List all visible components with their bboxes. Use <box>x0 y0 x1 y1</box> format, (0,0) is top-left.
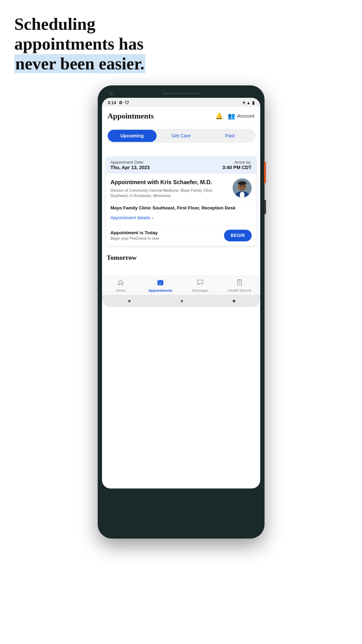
arrive-value: 3:40 PM CDT <box>222 165 251 170</box>
doctor-name: Appointment with Kris Schaefer, M.D. <box>111 178 229 186</box>
doctor-subtitle: Division of Community Internal Medicine,… <box>111 188 229 199</box>
page-title: Appointments <box>108 112 154 120</box>
account-label: Account <box>237 113 254 119</box>
account-icon: 👥 <box>228 112 235 120</box>
phone-top-bar <box>102 92 260 94</box>
app-header: Appointments 🔔 👥 Account <box>102 107 260 124</box>
nav-messages-label: Messages <box>192 288 208 292</box>
home-icon <box>117 279 124 287</box>
tab-upcoming[interactable]: Upcoming <box>108 130 157 142</box>
recents-button[interactable]: ■ <box>233 298 235 304</box>
wifi-icon: ▾ <box>243 100 245 106</box>
battery-icon: ▮ <box>252 100 255 106</box>
doctor-avatar <box>233 178 252 198</box>
tab-get-care[interactable]: Get Care <box>157 130 205 142</box>
status-left: 3:14 ⚙ 🛡 <box>108 100 129 106</box>
nav-home-label: Home <box>116 288 125 292</box>
checkin-subtitle: Begin your PreCheck-In now. <box>111 236 160 241</box>
settings-icon: ⚙ <box>119 100 122 106</box>
status-time: 3:14 <box>108 100 116 106</box>
appointment-details-link[interactable]: Appointment details › <box>111 215 252 220</box>
date-label: Appointment Date: <box>111 160 150 165</box>
nav-messages[interactable]: Messages <box>191 279 210 292</box>
status-bar: 3:14 ⚙ 🛡 ▾ ▲ ▮ <box>102 98 260 107</box>
tab-past[interactable]: Past <box>205 130 254 142</box>
appointment-location: Mayo Family Clinic Southeast, First Floo… <box>111 205 252 211</box>
arrive-label: Arrive by: <box>222 160 251 165</box>
hero-title: Scheduling appointments has never been e… <box>14 14 195 74</box>
health-record-icon <box>236 279 243 287</box>
header-actions: 🔔 👥 Account <box>215 112 254 120</box>
home-button[interactable]: ● <box>180 298 183 304</box>
tab-pill-container: Upcoming Get Care Past <box>107 129 256 143</box>
arrive-right: Arrive by: 3:40 PM CDT <box>222 160 251 170</box>
doctor-info: Appointment with Kris Schaefer, M.D. Div… <box>111 178 233 198</box>
nav-health-record[interactable]: Health Record <box>228 279 251 292</box>
appointment-date-bar: Appointment Date: Thu, Apr 13, 2023 Arri… <box>106 157 256 174</box>
account-button[interactable]: 👥 Account <box>228 112 254 120</box>
svg-point-4 <box>238 181 246 185</box>
notification-bell-icon[interactable]: 🔔 <box>215 112 223 120</box>
chevron-right-icon: › <box>152 215 153 220</box>
tomorrow-label: Tomorrow <box>107 254 256 262</box>
svg-rect-14 <box>238 280 241 285</box>
date-value: Thu, Apr 13, 2023 <box>111 165 150 170</box>
nav-appointments-label: Appointments <box>148 288 173 292</box>
phone-frame: 3:14 ⚙ 🛡 ▾ ▲ ▮ Appointments 🔔 👥 Account <box>98 86 265 538</box>
shield-icon: 🛡 <box>125 100 129 106</box>
phone-speaker <box>162 92 200 94</box>
svg-rect-13 <box>198 280 203 284</box>
nav-appointments[interactable]: Appointments <box>148 279 173 292</box>
tab-bar: Upcoming Get Care Past <box>102 124 260 147</box>
nav-health-record-label: Health Record <box>228 288 251 292</box>
svg-rect-18 <box>239 279 241 280</box>
hero-section: Scheduling appointments has never been e… <box>14 14 195 74</box>
doctor-row: Appointment with Kris Schaefer, M.D. Div… <box>111 178 252 198</box>
phone-screen: 3:14 ⚙ 🛡 ▾ ▲ ▮ Appointments 🔔 👥 Account <box>102 98 260 488</box>
appointment-body: Appointment with Kris Schaefer, M.D. Div… <box>106 174 256 225</box>
svg-point-5 <box>240 186 241 187</box>
doctor-avatar-svg <box>233 178 252 198</box>
divider <box>111 201 252 202</box>
begin-button[interactable]: BEGIN <box>224 230 252 242</box>
checkin-bar: Appointment is Today Begin your PreCheck… <box>106 225 256 246</box>
nav-home[interactable]: Home <box>111 279 130 292</box>
tomorrow-section: Tomorrow <box>102 252 260 262</box>
checkin-info: Appointment is Today Begin your PreCheck… <box>111 230 160 241</box>
checkin-title: Appointment is Today <box>111 230 160 236</box>
app-content: Appointments 🔔 👥 Account Upcoming Get Ca… <box>102 107 260 488</box>
status-right: ▾ ▲ ▮ <box>243 100 255 106</box>
android-nav: ◄ ● ■ <box>102 295 260 307</box>
date-left: Appointment Date: Thu, Apr 13, 2023 <box>111 160 150 170</box>
signal-icon: ▲ <box>246 100 251 106</box>
messages-icon <box>197 279 203 287</box>
bottom-nav: Home Appointments <box>102 276 260 295</box>
back-button[interactable]: ◄ <box>127 298 131 304</box>
svg-point-6 <box>243 186 244 187</box>
svg-rect-8 <box>158 280 163 282</box>
appointments-icon <box>157 279 163 287</box>
phone-camera <box>109 91 113 96</box>
appointment-card: Appointment Date: Thu, Apr 13, 2023 Arri… <box>106 157 256 246</box>
